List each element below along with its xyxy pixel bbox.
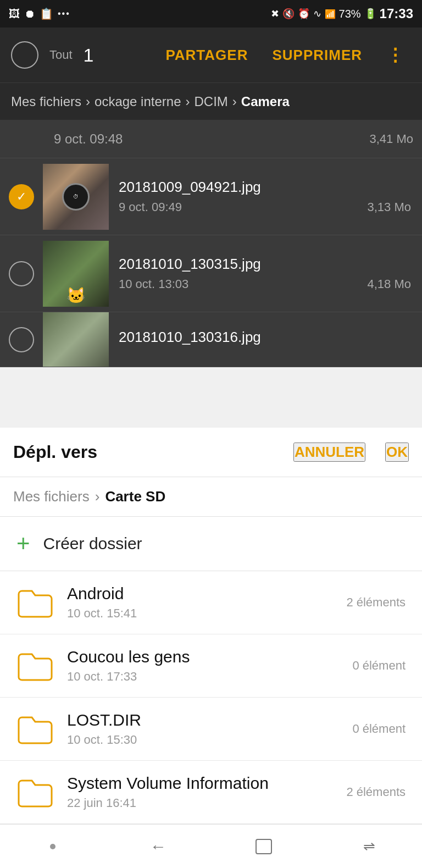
nav-recents-button[interactable]	[247, 830, 280, 863]
file-checkbox-1[interactable]	[9, 261, 34, 286]
sheet-breadcrumb-chevron: ›	[95, 488, 100, 505]
file-size-1: 4,18 Mo	[368, 277, 412, 291]
sheet-title: Dépl. vers	[13, 442, 293, 462]
file-row-partial-top: 9 oct. 09:48 3,41 Mo	[0, 120, 422, 158]
sheet-breadcrumb: Mes fichiers › Carte SD	[0, 477, 422, 517]
nav-menu-button[interactable]: ⇌	[353, 830, 386, 863]
battery-percent: 73%	[339, 8, 361, 20]
checkmark-icon-0: ✓	[16, 190, 26, 204]
nav-back-button[interactable]: ←	[142, 830, 175, 863]
breadcrumb-chevron-1: ›	[185, 94, 190, 109]
file-date-0: 9 oct. 09:49	[119, 200, 182, 214]
file-row-1[interactable]: 🐱 20181010_130315.jpg 10 oct. 13:03 4,18…	[0, 235, 422, 312]
folder-info-3: System Volume Information 22 juin 16:41	[67, 774, 333, 810]
create-folder-row[interactable]: + Créer dossier	[0, 517, 422, 571]
file-row-0[interactable]: ✓ ⏱ 20181009_094921.jpg 9 oct. 09:49 3,1…	[0, 158, 422, 235]
clock: 17:33	[380, 6, 413, 21]
file-date-1: 10 oct. 13:03	[119, 277, 188, 291]
more-options-button[interactable]: ⋮	[380, 45, 411, 65]
nav-dot-button[interactable]	[36, 830, 69, 863]
folder-count-0: 2 éléments	[346, 595, 406, 610]
breadcrumb-item-3[interactable]: Camera	[241, 94, 290, 109]
sheet-cancel-button[interactable]: ANNULER	[293, 443, 365, 462]
sim-status-icon: 📋	[40, 7, 53, 20]
nav-dot-icon	[50, 844, 55, 849]
mute-icon: 🔇	[282, 8, 295, 20]
file-checkbox-0[interactable]: ✓	[9, 184, 34, 209]
status-icons-left: 🖼 ⏺ 📋 •••	[9, 7, 70, 20]
folder-row-3[interactable]: System Volume Information 22 juin 16:41 …	[0, 761, 422, 824]
image-status-icon: 🖼	[9, 8, 20, 20]
partager-button[interactable]: PARTAGER	[159, 47, 254, 64]
partial-size: 3,41 Mo	[370, 132, 414, 146]
select-all-label: Tout	[49, 48, 73, 62]
folder-icon-2	[16, 713, 54, 745]
file-name-2: 20181010_130316.jpg	[119, 329, 422, 346]
folder-count-1: 0 élément	[352, 659, 406, 673]
sheet-breadcrumb-0[interactable]: Mes fichiers	[13, 488, 90, 505]
file-thumbnail-2	[43, 312, 109, 367]
partial-date: 9 oct. 09:48	[54, 131, 123, 147]
folder-name-1: Coucou les gens	[67, 648, 339, 666]
folder-info-1: Coucou les gens 10 oct. 17:33	[67, 648, 339, 684]
status-icons-right: ✖ 🔇 ⏰ ∿ 📶 73% 🔋 17:33	[271, 6, 413, 21]
file-info-2: 20181010_130316.jpg	[119, 329, 422, 350]
action-bar: Tout 1 PARTAGER SUPPRIMER ⋮	[0, 27, 422, 82]
music-status-icon: ⏺	[24, 8, 35, 20]
folder-row-1[interactable]: Coucou les gens 10 oct. 17:33 0 élément	[0, 634, 422, 698]
file-list: 9 oct. 09:48 3,41 Mo ✓ ⏱ 20181009_094921…	[0, 120, 422, 367]
status-bar: 🖼 ⏺ 📋 ••• ✖ 🔇 ⏰ ∿ 📶 73% 🔋 17:33	[0, 0, 422, 27]
folder-name-3: System Volume Information	[67, 774, 333, 793]
file-thumbnail-1: 🐱	[43, 241, 109, 307]
breadcrumb-item-2[interactable]: DCIM	[194, 94, 227, 109]
file-checkbox-2[interactable]	[9, 327, 34, 352]
more-status-icon: •••	[58, 9, 70, 19]
breadcrumb: Mes fichiers › ockage interne › DCIM › C…	[0, 82, 422, 120]
create-plus-icon: +	[16, 532, 30, 555]
file-meta-0: 9 oct. 09:49 3,13 Mo	[119, 200, 422, 214]
folder-date-2: 10 oct. 15:30	[67, 733, 339, 747]
sheet-header: Dépl. vers ANNULER OK	[0, 428, 422, 477]
file-info-1: 20181010_130315.jpg 10 oct. 13:03 4,18 M…	[119, 256, 422, 291]
nav-back-icon: ←	[150, 837, 166, 856]
breadcrumb-chevron-0: ›	[86, 94, 90, 109]
file-name-1: 20181010_130315.jpg	[119, 256, 422, 273]
folder-date-3: 22 juin 16:41	[67, 796, 333, 810]
bottom-nav: ← ⇌	[0, 824, 422, 868]
file-name-0: 20181009_094921.jpg	[119, 179, 422, 196]
folder-info-0: Android 10 oct. 15:41	[67, 584, 333, 621]
folder-name-0: Android	[67, 584, 333, 603]
file-info-0: 20181009_094921.jpg 9 oct. 09:49 3,13 Mo	[119, 179, 422, 214]
folder-icon-3	[16, 776, 54, 808]
sheet-breadcrumb-1[interactable]: Carte SD	[105, 488, 165, 505]
folder-name-2: LOST.DIR	[67, 711, 339, 729]
select-all-checkbox[interactable]	[11, 41, 38, 69]
folder-icon-1	[16, 650, 54, 682]
signal-icon: 📶	[325, 9, 336, 19]
create-folder-label: Créer dossier	[43, 534, 142, 553]
folder-count-3: 2 éléments	[346, 785, 406, 799]
nav-square-icon	[256, 839, 272, 854]
nav-menu-icon: ⇌	[363, 838, 375, 855]
file-row-2[interactable]: 20181010_130316.jpg	[0, 312, 422, 367]
file-thumbnail-0: ⏱	[43, 164, 109, 230]
folder-row-0[interactable]: Android 10 oct. 15:41 2 éléments	[0, 571, 422, 634]
battery-icon: 🔋	[364, 8, 376, 20]
folder-row-2[interactable]: LOST.DIR 10 oct. 15:30 0 élément	[0, 698, 422, 761]
file-size-0: 3,13 Mo	[368, 200, 412, 214]
folder-count-2: 0 élément	[352, 722, 406, 736]
breadcrumb-item-0[interactable]: Mes fichiers	[11, 94, 81, 109]
sheet-ok-button[interactable]: OK	[385, 443, 409, 462]
bluetooth-icon: ✖	[271, 8, 279, 20]
wifi-icon: ∿	[313, 8, 321, 20]
file-meta-1: 10 oct. 13:03 4,18 Mo	[119, 277, 422, 291]
alarm-icon: ⏰	[298, 8, 310, 20]
folder-info-2: LOST.DIR 10 oct. 15:30	[67, 711, 339, 747]
bottom-sheet: Dépl. vers ANNULER OK Mes fichiers › Car…	[0, 428, 422, 824]
breadcrumb-item-1[interactable]: ockage interne	[95, 94, 181, 109]
selected-count: 1	[84, 45, 94, 66]
supprimer-button[interactable]: SUPPRIMER	[265, 47, 369, 64]
folder-date-0: 10 oct. 15:41	[67, 606, 333, 621]
folder-icon-0	[16, 587, 54, 618]
folder-date-1: 10 oct. 17:33	[67, 670, 339, 684]
